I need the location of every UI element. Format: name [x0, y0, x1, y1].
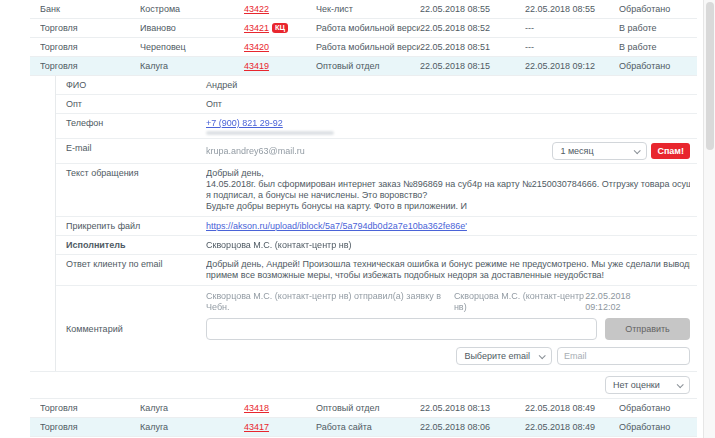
ticket-category: Торговля — [40, 42, 140, 52]
email-value: krupa.andrey63@mail.ru — [206, 145, 305, 157]
chevron-down-icon — [677, 381, 684, 388]
period-select[interactable]: 1 месяц — [552, 142, 647, 160]
message-line: Будьте добры вернуть бонусы на карту. Фо… — [206, 201, 690, 212]
detail-row-comment: Комментарий Скворцова М.С. (контакт-цент… — [56, 286, 697, 371]
ticket-row[interactable]: Банк Кострома 43422 Чек-лист 22.05.2018 … — [30, 0, 697, 19]
ticket-status: Обработано — [619, 61, 697, 71]
ticket-city: Кострома — [140, 4, 244, 14]
detail-row-phone: Телефон +7 (900) 821 29-92 — [56, 114, 697, 139]
ticket-badge: КЦ — [272, 23, 288, 34]
ticket-topic: Оптовый отдел — [316, 61, 420, 71]
ticket-created-date: 22.05.2018 08:15 — [420, 61, 525, 71]
ticket-number-link[interactable]: 43419 — [244, 61, 269, 71]
ticket-number-cell: 43420 — [244, 42, 316, 52]
ticket-topic: Чек-лист — [316, 4, 420, 14]
ticket-table-top: Банк Кострома 43422 Чек-лист 22.05.2018 … — [30, 0, 697, 76]
executor-name: Скворцова М.С. (контакт-центр нв) — [206, 236, 697, 254]
message-line: 14.05.2018г. был сформирован интернет за… — [206, 179, 690, 190]
comment-input-row: Отправить — [206, 318, 690, 340]
detail-row-reply: Ответ клиенту по email Добрый день, Андр… — [56, 255, 697, 286]
ticket-processed-date: 22.05.2018 08:55 — [525, 4, 619, 14]
field-label-reply: Ответ клиенту по email — [56, 255, 206, 285]
ticket-row[interactable]: Торговля Калуга 43417 Работа сайта 22.05… — [30, 418, 697, 437]
message-line: я подписал, а бонусы не начислены. Это в… — [206, 190, 690, 201]
ticket-processed-date: --- — [525, 42, 619, 52]
ticket-row[interactable]: Торговля Калуга 43419 Оптовый отдел 22.0… — [30, 57, 697, 76]
ticket-row[interactable]: Торговля Иваново 43421КЦ Работа мобильно… — [30, 19, 697, 38]
reply-text: Добрый день, Андрей! Произошла техническ… — [206, 255, 697, 285]
comment-block: Скворцова М.С. (контакт-центр нв) отправ… — [206, 286, 697, 371]
field-value-attachment: https://akson.ru/upload/iblock/5a7/5a794… — [206, 217, 697, 235]
field-label-email: E-mail — [56, 139, 206, 163]
attachment-link[interactable]: https://akson.ru/upload/iblock/5a7/5a794… — [206, 221, 467, 231]
ticket-city: Калуга — [140, 403, 244, 413]
ticket-status: Обработано — [619, 422, 697, 432]
ticket-created-date: 22.05.2018 08:13 — [420, 403, 525, 413]
comment-history-timestamp: 22.05.2018 09:12:02 — [585, 291, 660, 313]
detail-row-opt: Опт Опт — [56, 95, 697, 114]
ticket-table-bottom: Торговля Калуга 43418 Оптовый отдел 22.0… — [30, 399, 697, 438]
ticket-number-link[interactable]: 43418 — [244, 403, 269, 413]
period-select-value: 1 месяц — [560, 145, 593, 157]
ticket-created-date: 22.05.2018 08:06 — [420, 422, 525, 432]
comment-history-left: Скворцова М.С. (контакт-центр нв) отправ… — [206, 291, 442, 313]
ticket-category: Торговля — [40, 422, 140, 432]
ticket-number-link[interactable]: 43417 — [244, 422, 269, 432]
ticket-status: Обработано — [619, 4, 697, 14]
rating-select[interactable]: Нет оценки — [605, 376, 690, 394]
ticket-processed-date: --- — [525, 23, 619, 33]
ticket-city: Иваново — [140, 23, 244, 33]
phone-link[interactable]: +7 (900) 821 29-92 — [206, 118, 283, 128]
field-label-opt: Опт — [56, 95, 206, 113]
detail-row-attachment: Прикрепить файл https://akson.ru/upload/… — [56, 217, 697, 236]
field-value-email: krupa.andrey63@mail.ru 1 месяц Спам! — [206, 139, 697, 163]
ticket-row[interactable]: Торговля Калуга 43418 Оптовый отдел 22.0… — [30, 399, 697, 418]
ticket-created-date: 22.05.2018 08:52 — [420, 23, 525, 33]
scrollbar-thumb[interactable] — [706, 2, 714, 150]
ticket-detail-panel: ФИО Андрей Опт Опт Телефон +7 (900) 821 … — [55, 76, 697, 371]
ticket-number-cell: 43422 — [244, 4, 316, 14]
email-input[interactable] — [557, 347, 690, 365]
ticket-created-date: 22.05.2018 08:51 — [420, 42, 525, 52]
ticket-processed-date: 22.05.2018 09:12 — [525, 61, 619, 71]
ticket-number-link[interactable]: 43420 — [244, 42, 269, 52]
chevron-down-icon — [539, 352, 546, 359]
ticket-number-cell: 43421КЦ — [244, 23, 316, 34]
comment-history: Скворцова М.С. (контакт-центр нв) отправ… — [206, 291, 690, 313]
message-line: Добрый день, — [206, 168, 690, 179]
spam-button[interactable]: Спам! — [651, 143, 690, 159]
field-label-phone: Телефон — [56, 114, 206, 138]
send-button[interactable]: Отправить — [605, 318, 690, 340]
field-label-executor: Исполнитель — [56, 236, 206, 254]
ticket-number-link[interactable]: 43422 — [244, 4, 269, 14]
message-text: Добрый день,14.05.2018г. был сформирован… — [206, 164, 697, 216]
detail-row-message: Текст обращения Добрый день,14.05.2018г.… — [56, 164, 697, 217]
email-send-row: Выберите email — [206, 347, 690, 365]
ticket-processed-date: 22.05.2018 08:49 — [525, 422, 619, 432]
ticket-row[interactable]: Торговля Череповец 43420 Работа мобильно… — [30, 38, 697, 57]
comment-input[interactable] — [206, 318, 597, 340]
ticket-processed-date: 22.05.2018 08:49 — [525, 403, 619, 413]
ticket-number-cell: 43419 — [244, 61, 316, 71]
rating-bar: Нет оценки — [30, 371, 697, 399]
reply-line: примем все возможные меры, чтобы избежат… — [206, 270, 690, 281]
email-select[interactable]: Выберите email — [456, 347, 552, 365]
scrollbar[interactable] — [703, 0, 715, 438]
chevron-down-icon — [634, 147, 641, 154]
ticket-city: Калуга — [140, 61, 244, 71]
field-value-opt: Опт — [206, 95, 697, 113]
field-label-attachment: Прикрепить файл — [56, 217, 206, 235]
ticket-created-date: 22.05.2018 08:55 — [420, 4, 525, 14]
field-value-fio: Андрей — [206, 76, 697, 94]
ticket-city: Калуга — [140, 422, 244, 432]
ticket-category: Банк — [40, 4, 140, 14]
ticket-number-cell: 43418 — [244, 403, 316, 413]
ticket-number-link[interactable]: 43421 — [244, 23, 269, 33]
field-label-message: Текст обращения — [56, 164, 206, 216]
detail-row-executor: Исполнитель Скворцова М.С. (контакт-цент… — [56, 236, 697, 255]
field-label-fio: ФИО — [56, 76, 206, 94]
ticket-topic: Работа мобильной версии — [316, 23, 420, 33]
field-label-comment: Комментарий — [56, 320, 206, 338]
ticket-number-cell: 43417 — [244, 422, 316, 432]
ticket-topic: Работа мобильной версии — [316, 42, 420, 52]
